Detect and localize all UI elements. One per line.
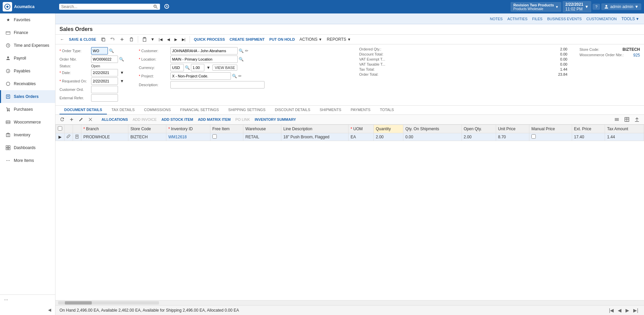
reports-button[interactable]: REPORTS ▼ (325, 36, 353, 43)
customization-button[interactable]: CUSTOMIZATION (585, 16, 619, 22)
col-header-branch[interactable]: Branch (81, 125, 128, 133)
project-input[interactable] (170, 72, 231, 80)
col-header-store-code[interactable]: Store Code (128, 125, 166, 133)
cell-inventory-id[interactable]: WM12618 (166, 133, 210, 141)
sidebar-item-finance[interactable]: Finance (0, 26, 55, 39)
col-header-manual-price[interactable]: Manual Price (529, 125, 572, 133)
sidebar-item-favorites[interactable]: ★ Favorites (0, 13, 55, 26)
search-input[interactable] (61, 4, 153, 9)
put-on-hold-button[interactable]: PUT ON HOLD (267, 36, 297, 42)
customer-input[interactable] (170, 47, 238, 55)
sidebar-item-more-items[interactable]: ⋯ More Items (0, 154, 55, 167)
order-type-input[interactable]: WO (91, 47, 108, 55)
clipboard-button[interactable] (140, 36, 149, 43)
currency-lookup-button[interactable]: 🔍 (185, 65, 190, 70)
delete-row-button[interactable] (86, 116, 94, 123)
currency-rate-input[interactable] (191, 64, 204, 71)
sidebar-item-time-expenses[interactable]: Time and Expenses (0, 39, 55, 52)
delete-button[interactable] (127, 36, 136, 43)
inventory-id-link[interactable]: WM12618 (168, 135, 187, 139)
inventory-summary-button[interactable]: INVENTORY SUMMARY (253, 117, 298, 122)
sidebar-item-inventory[interactable]: Inventory (0, 129, 55, 141)
customer-lookup-button[interactable]: 🔍 (238, 48, 244, 54)
project-lookup-button[interactable]: 🔍 (232, 73, 237, 79)
refresh-button[interactable] (58, 116, 66, 123)
free-item-checkbox[interactable] (212, 134, 217, 139)
customer-ord-input[interactable] (91, 86, 118, 93)
location-lookup-button[interactable]: 🔍 (238, 57, 244, 62)
tenant-selector[interactable]: Revision Two Products Products Wholesale… (511, 2, 561, 12)
col-header-free-item[interactable]: Free Item (210, 125, 243, 133)
cell-free-item[interactable] (210, 133, 243, 141)
tools-button[interactable]: TOOLS ▼ (619, 16, 641, 22)
sidebar-item-dashboards[interactable]: Dashboards (0, 141, 55, 154)
location-input[interactable] (170, 56, 238, 63)
notes-button[interactable]: NOTES (488, 16, 505, 22)
actions-button[interactable]: ACTIONS ▼ (297, 36, 324, 43)
help-button[interactable]: ? (593, 4, 600, 10)
back-button[interactable]: ← (58, 36, 66, 43)
quick-process-button[interactable]: QUICK PROCESS (192, 36, 227, 42)
col-header-select[interactable] (56, 125, 65, 133)
po-link-button[interactable]: PO LINK (234, 117, 251, 122)
order-nbr-input[interactable]: WO006022 (91, 56, 118, 63)
col-header-tax-amount[interactable]: Tax Amount (605, 125, 644, 133)
status-first-button[interactable]: |◀ (607, 307, 616, 314)
col-header-ext-price[interactable]: Ext. Price (572, 125, 605, 133)
row-attachment[interactable] (65, 133, 73, 141)
copy-dropdown-button[interactable]: ▼ (149, 36, 156, 43)
sidebar-more-toggle[interactable]: ⋯ (0, 295, 55, 305)
scrollbar-thumb[interactable] (65, 301, 92, 305)
tab-shipments[interactable]: SHIPMENTS (315, 106, 346, 114)
tab-totals[interactable]: TOTALS (375, 106, 399, 114)
table-row[interactable]: ▶ PRODWHOLE BIZTECH WM12618 RETAIL 18" P… (56, 133, 644, 141)
sidebar-item-receivables[interactable]: Receivables (0, 77, 55, 90)
col-header-line-description[interactable]: Line Description (281, 125, 349, 133)
project-edit-button[interactable]: ✏ (238, 73, 242, 79)
history-button[interactable] (163, 2, 171, 11)
col-header-warehouse[interactable]: Warehouse (243, 125, 281, 133)
order-nbr-lookup-button[interactable]: 🔍 (119, 57, 124, 62)
col-header-open-qty[interactable]: Open Qty. (461, 125, 496, 133)
first-button[interactable]: |◀ (157, 36, 164, 43)
add-button[interactable] (118, 36, 126, 43)
sidebar-item-payroll[interactable]: Payroll (0, 52, 55, 65)
select-all-checkbox[interactable] (58, 126, 62, 131)
status-last-button[interactable]: ▶| (632, 307, 640, 314)
undo-button[interactable] (108, 36, 117, 43)
add-invoice-button[interactable]: ADD INVOICE (131, 117, 159, 122)
cell-manual-price[interactable] (529, 133, 572, 141)
upload-button[interactable] (633, 116, 641, 123)
currency-rate-dropdown[interactable]: ▼ (205, 64, 212, 71)
tab-shipping-settings[interactable]: SHIPPING SETTINGS (224, 106, 270, 114)
prev-button[interactable]: ◀ (165, 36, 172, 43)
sidebar-item-woocommerce[interactable]: Woocommerce (0, 116, 55, 129)
woo-order-nbr-value[interactable]: 925 (633, 53, 640, 58)
tab-financial-settings[interactable]: FINANCIAL SETTINGS (175, 106, 224, 114)
add-stock-item-button[interactable]: ADD STOCK ITEM (160, 117, 195, 122)
status-next-button[interactable]: ▶ (624, 307, 631, 314)
tab-commissions[interactable]: COMMISSIONS (139, 106, 175, 114)
sidebar-item-sales-orders[interactable]: Sales Orders (0, 90, 55, 103)
datetime-selector[interactable]: 2/22/2021 11:02 PM ▼ (563, 1, 591, 12)
user-button[interactable]: admin admin ▼ (601, 3, 641, 10)
business-events-button[interactable]: BUSINESS EVENTS (545, 16, 584, 22)
activities-button[interactable]: ACTIVITIES (505, 16, 529, 22)
horizontal-scrollbar[interactable] (58, 301, 159, 305)
customer-edit-button[interactable]: ✏ (245, 48, 249, 54)
fit-columns-button[interactable] (612, 116, 621, 123)
cell-quantity[interactable]: 2.00 (373, 133, 403, 141)
date-input[interactable] (91, 69, 118, 76)
col-header-uom[interactable]: UOM (349, 125, 374, 133)
files-button[interactable]: FILES (530, 16, 545, 22)
add-row-button[interactable] (68, 116, 76, 123)
add-matrix-item-button[interactable]: ADD MATRIX ITEM (196, 117, 233, 122)
tab-payments[interactable]: PAYMENTS (346, 106, 375, 114)
status-prev-button[interactable]: ◀ (616, 307, 623, 314)
description-input[interactable] (170, 81, 265, 89)
sidebar-item-payables[interactable]: + Payables (0, 65, 55, 77)
excel-export-button[interactable] (622, 116, 631, 123)
tab-discount-details[interactable]: DISCOUNT DETAILS (270, 106, 315, 114)
col-header-inventory-id[interactable]: Inventory ID (166, 125, 210, 133)
copy-button[interactable] (99, 36, 108, 43)
